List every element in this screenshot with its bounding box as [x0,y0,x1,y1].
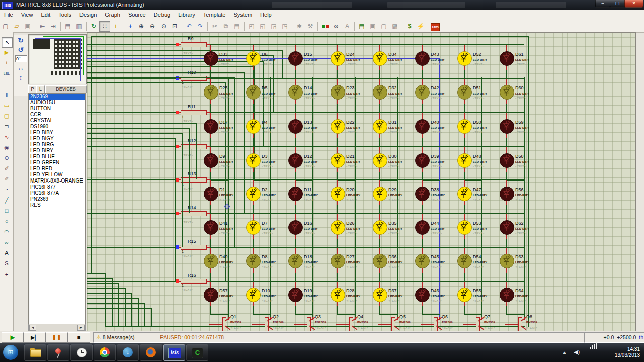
text-script-icon[interactable]: ≡ [2,79,12,89]
device-item-ds1990[interactable]: DS1990 [29,124,85,130]
led-D42[interactable] [415,85,430,100]
virtual-instrument-icon[interactable]: ◔ [2,185,12,195]
led-D26[interactable] [331,220,345,235]
led-D19[interactable] [288,288,303,302]
resistor-R9[interactable] [181,42,207,47]
block-rotate-icon[interactable]: ◲ [268,21,279,32]
mirror-vertical-icon[interactable]: ↕ [15,73,26,82]
pick-device-icon[interactable]: ✱ [294,21,305,32]
device-item-2n2369[interactable]: 2N2369 [29,94,85,100]
voltage-probe-icon[interactable]: ✐ [2,164,12,173]
led-D21[interactable] [331,153,345,168]
led-D20[interactable] [331,187,345,201]
make-device-icon[interactable]: ⚒ [305,21,316,32]
app-icon[interactable]: ISIS [2,2,13,9]
led-D47[interactable] [457,187,472,201]
2d-marker-icon[interactable]: + [2,269,12,279]
wire-autorouter-icon[interactable] [319,21,331,32]
cut-icon[interactable]: ✂ [209,21,220,32]
menu-source[interactable]: Source [124,10,150,20]
device-pin-icon[interactable]: ⊐ [2,122,12,131]
led-D15[interactable] [288,51,303,66]
wire-label-icon[interactable]: LBL [2,69,12,78]
led-D43[interactable] [415,51,430,66]
led-D10[interactable] [246,288,261,302]
device-item-res[interactable]: RES [29,202,85,208]
block-delete-icon[interactable]: ◳ [279,21,290,32]
device-item-led-biby[interactable]: LED-BIBY [29,130,85,136]
led-D7[interactable] [246,220,261,235]
current-probe-icon[interactable]: ✐ [2,174,12,184]
led-D34[interactable] [373,51,387,66]
design-explorer-icon[interactable]: ▤ [356,21,367,32]
device-item-led-bigy[interactable]: LED-BIGY [29,136,85,142]
bus-mode-icon[interactable]: ‖ [2,90,12,100]
menu-library[interactable]: Library [174,10,199,20]
taskbar-firefox-icon[interactable] [140,344,162,361]
menu-help[interactable]: Help [256,10,276,20]
zoom-area-icon[interactable]: ⊡ [169,21,180,32]
led-D30[interactable] [373,153,387,168]
import-icon[interactable]: ⇤ [37,21,48,32]
led-D46[interactable] [415,288,430,302]
led-D17[interactable] [204,119,218,134]
2d-line-icon[interactable]: ╱ [2,196,12,205]
resistor-R13[interactable] [181,177,207,183]
led-D6[interactable] [246,51,261,66]
taskbar-chrome-icon[interactable] [94,344,116,361]
led-D14[interactable] [288,85,303,100]
export-icon[interactable]: ⇥ [48,21,59,32]
device-item-crystal[interactable]: CRYSTAL [29,118,85,124]
menu-system[interactable]: System [229,10,256,20]
new-file-icon[interactable]: ▢ [0,21,11,32]
resistor-R14[interactable] [181,211,207,216]
schematic-canvas[interactable]: R91<TEXT>R101<TEXT>R111<TEXT>R121<TEXT>R… [87,32,636,332]
zoom-out-icon[interactable]: ⊖ [147,21,158,32]
led-D12[interactable] [288,153,303,168]
2d-symbol-icon[interactable]: S [2,259,12,268]
led-D16[interactable] [288,220,303,235]
led-D51[interactable] [457,85,472,100]
led-D52[interactable] [457,51,472,66]
tray-expand-icon[interactable]: ▲ [562,350,567,355]
device-item-pic16f877a[interactable]: PIC16F877A [29,190,85,196]
overview-window[interactable] [28,34,87,84]
2d-arc-icon[interactable]: ◠ [2,227,12,237]
device-item-led-blue[interactable]: LED-BLUE [29,154,85,160]
led-D50[interactable] [457,119,472,134]
led-D25[interactable] [204,85,218,100]
led-D60[interactable] [500,85,514,100]
menu-edit[interactable]: Edit [37,10,54,20]
message-panel[interactable]: ⚠ 8 Message(s) [93,332,158,343]
led-D9[interactable] [204,153,218,168]
led-D56[interactable] [500,187,514,201]
component-mode-icon[interactable]: ▶ [2,48,12,57]
2d-circle-icon[interactable]: ○ [2,217,12,226]
taskbar-ccs-compiler-icon[interactable]: C [186,344,208,361]
led-D27[interactable] [331,254,345,268]
scroll-left-icon[interactable]: ◄ [29,325,36,331]
rotate-anticlockwise-icon[interactable]: ↺ [15,45,26,54]
taskbar-explorer-icon[interactable] [24,344,46,361]
menu-graph[interactable]: Graph [101,10,124,20]
bill-of-materials-icon[interactable]: $ [404,21,415,32]
led-D18[interactable] [288,254,303,268]
graph-mode-icon[interactable]: ∿ [2,132,12,142]
mirror-horizontal-icon[interactable]: ↔ [15,63,26,72]
redo-icon[interactable]: ↷ [195,21,206,32]
led-D57[interactable] [204,288,218,302]
paste-icon[interactable]: ▤ [231,21,243,32]
taskbar-isis-icon[interactable]: isis [163,344,185,361]
led-D2[interactable] [246,187,261,201]
rotate-clockwise-icon[interactable]: ↻ [15,36,26,45]
generator-mode-icon[interactable]: ⊙ [2,153,12,163]
device-item-pic16f877[interactable]: PIC16F877 [29,184,85,190]
junction-dot-icon[interactable]: + [2,58,12,68]
device-item-pn2369[interactable]: PN2369 [29,196,85,202]
copy-icon[interactable]: ⧉ [220,21,231,32]
block-move-icon[interactable]: ◱ [257,21,268,32]
taskbar-pin-icon[interactable] [47,344,69,361]
remove-sheet-icon[interactable]: ▢ [378,21,389,32]
property-tool-icon[interactable]: A [342,21,353,32]
terminal-mode-icon[interactable]: ▢ [2,111,12,121]
